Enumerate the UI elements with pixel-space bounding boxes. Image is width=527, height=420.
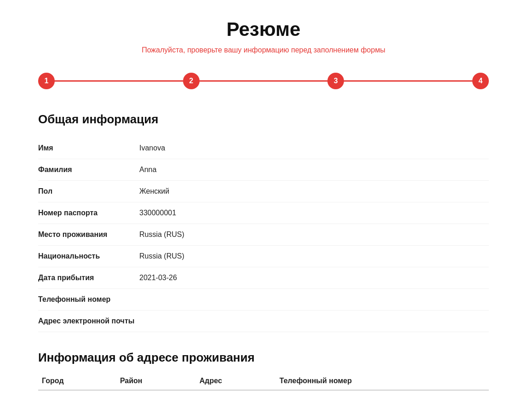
info-value: Ivanova: [139, 144, 165, 152]
page-subtitle: Пожалуйста, проверьте вашу информацию пе…: [38, 46, 489, 54]
info-label: Имя: [38, 144, 139, 152]
info-row: НациональностьRussia (RUS): [38, 246, 489, 267]
step-3[interactable]: 3: [327, 73, 344, 89]
info-value: Женский: [139, 187, 169, 196]
step-4[interactable]: 4: [472, 73, 489, 89]
info-label: Национальность: [38, 252, 139, 260]
info-row: Телефонный номер: [38, 289, 489, 311]
address-table-header-row: ГородРайонАдресТелефонный номер: [38, 372, 489, 390]
info-row: ПолЖенский: [38, 181, 489, 202]
info-label: Дата прибытия: [38, 274, 139, 282]
address-table: ГородРайонАдресТелефонный номер: [38, 372, 489, 391]
info-value: 330000001: [139, 209, 176, 217]
info-label: Телефонный номер: [38, 295, 139, 304]
info-value: 2021-03-26: [139, 274, 177, 282]
address-col-header: Район: [116, 372, 196, 390]
info-row: ИмяIvanova: [38, 138, 489, 159]
info-row: Номер паспорта330000001: [38, 202, 489, 224]
page-title: Резюме: [38, 18, 489, 40]
stepper-steps: 1 2 3 4: [38, 73, 489, 89]
info-row: Адрес электронной почты: [38, 311, 489, 332]
info-label: Номер паспорта: [38, 209, 139, 217]
address-col-header: Город: [38, 372, 116, 390]
address-info-title: Информация об адресе проживания: [38, 351, 489, 365]
info-value: Anna: [139, 166, 156, 174]
info-label: Пол: [38, 187, 139, 196]
info-value: Russia (RUS): [139, 252, 184, 260]
info-value: Russia (RUS): [139, 230, 184, 239]
general-info-table: ИмяIvanovaФамилияAnnaПолЖенскийНомер пас…: [38, 138, 489, 332]
address-col-header: Телефонный номер: [276, 372, 489, 390]
step-1[interactable]: 1: [38, 73, 55, 89]
info-row: ФамилияAnna: [38, 159, 489, 181]
info-label: Место проживания: [38, 230, 139, 239]
info-label: Адрес электронной почты: [38, 317, 139, 325]
info-row: Место проживанияRussia (RUS): [38, 224, 489, 246]
general-info-title: Общая информация: [38, 112, 489, 127]
address-col-header: Адрес: [196, 372, 276, 390]
info-row: Дата прибытия2021-03-26: [38, 267, 489, 289]
page-container: Резюме Пожалуйста, проверьте вашу информ…: [11, 0, 516, 409]
stepper: 1 2 3 4: [38, 73, 489, 89]
info-label: Фамилия: [38, 166, 139, 174]
step-2[interactable]: 2: [183, 73, 200, 89]
